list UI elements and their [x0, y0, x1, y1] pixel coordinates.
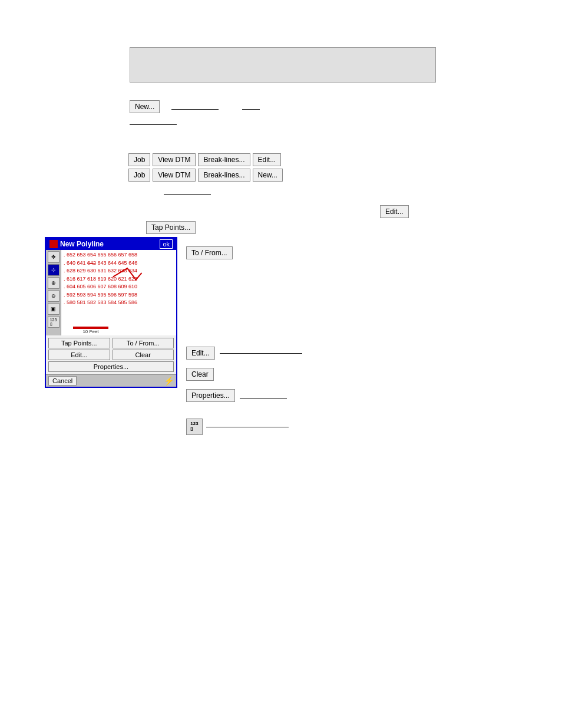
new-button-sub — [130, 118, 177, 127]
dialog-btn-row-3: Properties... — [48, 361, 174, 372]
dialog-title-icon — [49, 240, 58, 248]
new-button[interactable]: New... — [130, 100, 160, 113]
edit-btn-right-area: Edit... — [380, 205, 409, 218]
edit-button-1[interactable]: Edit... — [253, 153, 282, 166]
tap-points-outer-area: Tap Points... — [146, 221, 196, 234]
dialog-buttons-area: Tap Points... To / From... Edit... Clear… — [46, 335, 176, 374]
underline-1 — [171, 109, 219, 110]
map-row-2: . 640 641 642 643 644 645 646 — [64, 259, 174, 268]
props-icon[interactable]: 123▯ — [186, 419, 203, 435]
right-buttons-area: To / From... Edit... Clear Properties... — [186, 238, 302, 402]
dialog-bottom-bar: Cancel ⚡ — [46, 374, 176, 387]
map-row-3: . 628 629 630 631 632 633 634 — [64, 267, 174, 275]
dialog-title-left: New Polyline — [49, 240, 104, 248]
job-button-1[interactable]: Job — [128, 153, 150, 166]
view-dtm-button-1[interactable]: View DTM — [153, 153, 196, 166]
map-area: . 652 653 654 655 656 657 658 . 640 641 … — [61, 250, 176, 335]
map-row-1: . 652 653 654 655 656 657 658 — [64, 251, 174, 259]
new-button-row: New... — [130, 100, 260, 113]
job-button-2[interactable]: Job — [128, 169, 150, 182]
new-button-2[interactable]: New... — [253, 169, 283, 182]
scale-bar: 10 Feet — [73, 327, 108, 334]
clear-row: Clear — [186, 368, 302, 381]
underline-sub — [130, 124, 177, 125]
props-icon-area: 123▯ — [186, 419, 289, 435]
dialog-edit-button[interactable]: Edit... — [48, 350, 110, 360]
to-from-row: To / From... — [186, 246, 302, 259]
dialog-btn-row-1: Tap Points... To / From... — [48, 338, 174, 348]
map-row-6: . 592 593 594 595 596 597 598 — [64, 291, 174, 299]
toolbar-row-1: Job View DTM Break-lines... Edit... — [128, 153, 283, 166]
dialog-title-bar: New Polyline ok — [46, 238, 176, 250]
lightning-icon: ⚡ — [164, 376, 174, 386]
zoom-out-icon[interactable]: ⊖ — [48, 290, 59, 302]
properties-right-button[interactable]: Properties... — [186, 389, 235, 402]
toolbar-row-2: Job View DTM Break-lines... New... — [128, 169, 283, 182]
breaklines-button-2[interactable]: Break-lines... — [198, 169, 250, 182]
underline-below-toolbar — [164, 194, 211, 195]
underline-props-icon — [206, 427, 289, 427]
breaklines-button-1[interactable]: Break-lines... — [198, 153, 250, 166]
top-bar — [130, 47, 436, 83]
edit-right-button[interactable]: Edit... — [380, 205, 409, 218]
select-icon[interactable]: ⊹ — [48, 264, 59, 276]
map-row-5: . 604 605 606 607 608 609 610 — [64, 283, 174, 291]
map-row-4: . 616 617 618 619 620 621 622 — [64, 275, 174, 284]
dialog-properties-button[interactable]: Properties... — [48, 361, 174, 372]
toolbar-rows: Job View DTM Break-lines... Edit... Job … — [128, 153, 283, 182]
clear-button[interactable]: Clear — [186, 368, 214, 381]
map-numbers: . 652 653 654 655 656 657 658 . 640 641 … — [61, 250, 176, 308]
dialog-toolbar: ✥ ⊹ ⊕ ⊖ ▣ 123▯ — [46, 250, 61, 335]
underline-edit-row — [220, 353, 302, 354]
to-from-button[interactable]: To / From... — [186, 246, 233, 259]
properties-right-row: Properties... — [186, 389, 302, 402]
view-dtm-button-2[interactable]: View DTM — [153, 169, 196, 182]
page-container: New... Job View DTM Break-lines... Edit.… — [0, 0, 562, 728]
new-polyline-dialog: New Polyline ok ✥ ⊹ ⊕ ⊖ ▣ 123▯ . 652 653… — [45, 237, 177, 388]
underline-2 — [242, 109, 260, 110]
dialog-ok-button[interactable]: ok — [160, 239, 173, 249]
dialog-cancel-button[interactable]: Cancel — [48, 376, 77, 386]
zoom-in-icon[interactable]: ⊕ — [48, 277, 59, 289]
dialog-tap-points-button[interactable]: Tap Points... — [48, 338, 110, 348]
underline-props-row — [240, 398, 287, 398]
map-row-7: . 580 581 582 583 584 585 586 — [64, 299, 174, 307]
dialog-to-from-button[interactable]: To / From... — [113, 338, 174, 348]
dialog-clear-button[interactable]: Clear — [113, 350, 174, 360]
scale-label: 10 Feet — [82, 329, 98, 334]
edit-small-button[interactable]: Edit... — [186, 347, 215, 360]
rectangle-icon[interactable]: ▣ — [48, 303, 59, 315]
edit-small-row: Edit... — [186, 347, 302, 360]
dialog-title-label: New Polyline — [60, 240, 104, 248]
number-icon[interactable]: 123▯ — [48, 316, 59, 328]
dialog-content: ✥ ⊹ ⊕ ⊖ ▣ 123▯ . 652 653 654 655 656 657… — [46, 250, 176, 335]
move-icon[interactable]: ✥ — [48, 251, 59, 263]
dialog-btn-row-2: Edit... Clear — [48, 350, 174, 360]
tap-points-outer-button[interactable]: Tap Points... — [146, 221, 196, 234]
